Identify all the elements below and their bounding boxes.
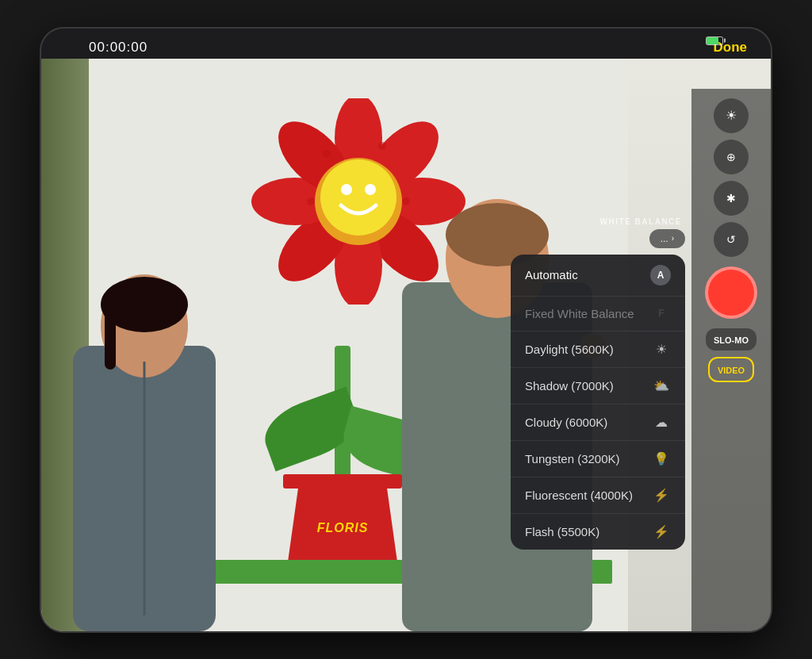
wb-label-shadow: Shadow (7000K) [525,379,614,393]
wb-control-button[interactable]: ☀ [714,98,749,133]
wb-label-cloudy: Cloudy (6000K) [525,416,607,429]
white-balance-container: WHITE BALANCE ... › Automatic A Fixed Wh… [511,217,685,550]
pot-text: FLORIS [317,521,369,535]
wb-item-flash[interactable]: Flash (5500K) ⚡ [511,514,685,550]
svg-point-8 [323,150,331,158]
wb-label-automatic: Automatic [525,268,578,282]
wb-label-fluorescent: Fluorescent (4000K) [525,489,633,502]
person-left-svg [41,187,263,631]
svg-point-15 [365,184,376,195]
wb-label-tungsten: Tungsten (3200K) [525,452,620,466]
right-control-panel: ☀ ⊕ ✱ ↺ SLO-MO VIDEO [691,89,771,631]
record-button[interactable] [705,266,757,319]
wb-item-shadow[interactable]: Shadow (7000K) ⛅ [511,368,685,404]
wb-item-automatic[interactable]: Automatic A [511,255,685,297]
wb-item-fixed[interactable]: Fixed White Balance F [511,297,685,331]
slo-mo-label: SLO-MO [714,335,749,345]
wb-icon-automatic: A [650,265,671,285]
battery-indicator [706,36,723,45]
wb-section-label: WHITE BALANCE [511,217,685,226]
wb-icon-tungsten: 💡 [652,451,671,466]
wb-header-text: ... [661,233,668,244]
wb-icon-shadow: ⛅ [652,378,671,393]
svg-point-9 [378,142,386,150]
wb-header-button[interactable]: ... › [649,229,685,248]
video-mode-button[interactable]: VIDEO [708,357,754,382]
svg-rect-19 [105,306,116,370]
live-photo-icon: ↺ [726,233,736,246]
wb-control-icon: ☀ [726,108,737,123]
status-bar: 00:00:00 Done [41,29,771,60]
wb-item-tungsten[interactable]: Tungsten (3200K) 💡 [511,441,685,477]
wb-icon-fluorescent: ⚡ [652,488,671,503]
flash-control-icon: ✱ [726,192,736,205]
ipad-frame: 00:00:00 Done [41,29,771,631]
wb-item-daylight[interactable]: Daylight (5600K) ☀ [511,331,685,368]
wb-dropdown-menu: Automatic A Fixed White Balance F Daylig… [511,255,685,550]
wb-item-fluorescent[interactable]: Fluorescent (4000K) ⚡ [511,477,685,514]
wb-label-fixed: Fixed White Balance [525,307,634,320]
wb-label-daylight: Daylight (5600K) [525,343,614,356]
ev-control-button[interactable]: ⊕ [714,140,749,174]
flash-control-button[interactable]: ✱ [714,181,749,216]
wb-label-flash: Flash (5500K) [525,525,599,538]
slo-mo-button[interactable]: SLO-MO [706,328,756,351]
battery-body [706,36,723,45]
timer-display: 00:00:00 [57,40,147,56]
battery-fill [707,37,718,44]
svg-point-14 [341,184,352,195]
ev-control-icon: ⊕ [726,151,736,163]
live-photo-button[interactable]: ↺ [714,222,749,257]
wb-icon-flash: ⚡ [652,524,671,539]
wb-icon-cloudy: ☁ [652,415,671,430]
chevron-right-icon: › [672,234,674,243]
wb-item-cloudy[interactable]: Cloudy (6000K) ☁ [511,404,685,441]
video-mode-label: VIDEO [718,366,745,375]
wb-icon-fixed: F [652,308,671,319]
camera-viewfinder: FLORIS [41,59,771,631]
wb-icon-daylight: ☀ [652,342,671,357]
svg-point-10 [307,197,315,205]
